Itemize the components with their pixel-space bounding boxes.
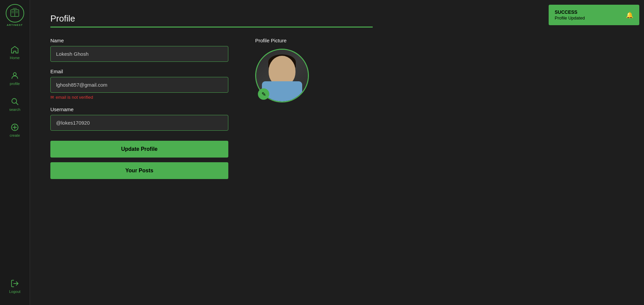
pencil-icon: ✎	[262, 91, 266, 97]
search-icon	[10, 97, 19, 106]
email-field-group: Email ✉ email is not verified	[50, 69, 228, 100]
email-label: Email	[50, 69, 228, 74]
page-title: Profile	[50, 13, 624, 24]
main-content: Profile Name Email ✉ email is not verifi…	[30, 0, 644, 305]
warning-envelope-icon: ✉	[50, 95, 54, 100]
profile-picture-label: Profile Picture	[255, 38, 286, 43]
email-input[interactable]	[50, 77, 228, 93]
sidebar-create-label: create	[10, 133, 20, 137]
name-field-group: Name	[50, 38, 228, 62]
home-icon	[10, 45, 19, 54]
success-notification: SUCCESS Profile Updated 🔔	[549, 5, 639, 25]
avatar-container: ✎	[255, 49, 309, 102]
sidebar-nav: Home profile search	[0, 34, 30, 274]
sidebar-item-profile[interactable]: profile	[0, 66, 30, 90]
app-logo: ARTINEST	[3, 0, 27, 30]
success-title: SUCCESS	[555, 9, 585, 15]
username-field-group: Username	[50, 106, 228, 131]
email-warning-text: email is not verified	[56, 95, 93, 100]
sidebar-item-home[interactable]: Home	[0, 40, 30, 64]
sidebar-item-create[interactable]: create	[0, 118, 30, 142]
profile-picture-area: Profile Picture ✎	[255, 38, 309, 179]
logout-icon	[10, 279, 19, 288]
bell-icon: 🔔	[626, 11, 633, 19]
sidebar-logout-label: Logout	[9, 290, 20, 294]
title-underline	[50, 27, 373, 28]
update-profile-button[interactable]: Update Profile	[50, 141, 228, 158]
success-content: SUCCESS Profile Updated	[555, 9, 585, 20]
your-posts-button[interactable]: Your Posts	[50, 162, 228, 179]
username-label: Username	[50, 106, 228, 112]
sidebar-profile-label: profile	[10, 82, 20, 86]
sidebar-search-label: search	[9, 107, 20, 112]
page-title-container: Profile	[50, 13, 624, 28]
create-icon	[10, 123, 19, 132]
success-message: Profile Updated	[555, 15, 585, 20]
svg-point-6	[13, 73, 16, 76]
username-input[interactable]	[50, 115, 228, 131]
sidebar-item-logout[interactable]: Logout	[0, 274, 30, 298]
svg-line-8	[16, 103, 18, 105]
name-input[interactable]	[50, 46, 228, 62]
logo-circle	[6, 4, 24, 23]
form-left: Name Email ✉ email is not verified Usern…	[50, 38, 228, 179]
sidebar: ARTINEST Home profile	[0, 0, 30, 305]
sidebar-home-label: Home	[10, 56, 19, 60]
profile-icon	[10, 71, 19, 80]
sidebar-item-search[interactable]: search	[0, 92, 30, 116]
name-label: Name	[50, 38, 228, 43]
app-name: ARTINEST	[7, 24, 23, 27]
email-warning: ✉ email is not verified	[50, 95, 228, 100]
avatar-edit-button[interactable]: ✎	[258, 88, 269, 100]
form-area: Name Email ✉ email is not verified Usern…	[50, 38, 624, 179]
